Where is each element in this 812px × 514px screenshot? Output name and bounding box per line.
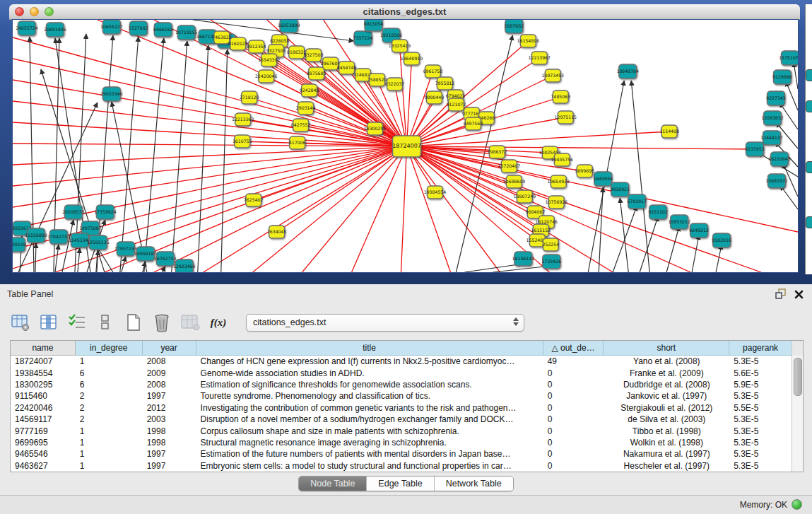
column-header-title[interactable]: title: [196, 341, 543, 356]
graph-node[interactable]: 1527602: [129, 21, 148, 35]
graph-node[interactable]: 13325419: [389, 40, 411, 52]
scrollbar-thumb[interactable]: [794, 358, 802, 396]
graph-node[interactable]: 417006: [289, 136, 306, 149]
graph-node[interactable]: 7986372: [488, 146, 507, 158]
graph-node[interactable]: 12505135: [87, 235, 110, 250]
merge-rows-button[interactable]: [95, 312, 116, 333]
graph-node[interactable]: 7485063: [551, 90, 571, 103]
graph-node[interactable]: 12213363: [232, 113, 254, 126]
graph-node[interactable]: 12213967: [529, 52, 551, 64]
network-canvas[interactable]: 2905572420691406106552271527602646616010…: [12, 19, 799, 273]
zoom-window-button[interactable]: [45, 7, 54, 16]
tab-network-table[interactable]: Network Table: [435, 477, 513, 491]
graph-node[interactable]: 9160123: [228, 37, 248, 50]
graph-node[interactable]: 10958187: [134, 247, 157, 261]
graph-node[interactable]: 7588520: [367, 74, 387, 86]
graph-node[interactable]: 2718120: [240, 91, 259, 104]
delete-column-button[interactable]: [151, 312, 172, 333]
graph-node[interactable]: 1640954: [593, 172, 613, 186]
tab-node-table[interactable]: Node Table: [299, 477, 367, 491]
table-row[interactable]: 911546021997Tourette syndrome. Phenomeno…: [11, 390, 792, 402]
graph-node[interactable]: 9227343: [766, 91, 786, 105]
graph-node[interactable]: 20691406: [44, 23, 66, 37]
graph-node[interactable]: 18640910: [401, 52, 423, 65]
graph-node[interactable]: 12975115: [555, 111, 577, 124]
graph-node[interactable]: 9245012: [689, 223, 709, 238]
select-columns-button[interactable]: [38, 312, 59, 333]
table-row[interactable]: 1456911722003Disruption of a novel membe…: [11, 414, 792, 425]
graph-node[interactable]: 9121072: [447, 98, 466, 111]
graph-node[interactable]: 6466160: [153, 23, 173, 37]
graph-node[interactable]: 1733426: [542, 255, 562, 269]
graph-node[interactable]: 8215953: [745, 142, 765, 156]
window-titlebar[interactable]: citations_edges.txt: [9, 4, 800, 20]
column-header-out-de-[interactable]: △ out_de…: [543, 341, 604, 356]
graph-node[interactable]: 252254: [543, 238, 560, 251]
graph-node[interactable]: 9938921: [610, 182, 630, 197]
column-header-short[interactable]: short: [604, 341, 729, 356]
graph-node[interactable]: 16154808: [517, 35, 540, 47]
graph-node[interactable]: 10648784: [616, 64, 639, 78]
graph-node[interactable]: 10953212: [668, 215, 690, 229]
graph-node[interactable]: 18807249: [514, 190, 536, 203]
graph-node[interactable]: 16543392: [258, 54, 281, 66]
graph-node[interactable]: 6497568: [464, 117, 483, 130]
close-panel-icon[interactable]: [794, 289, 804, 302]
graph-node[interactable]: 12444137: [760, 131, 783, 145]
table-row[interactable]: 946554611997Estimation of the future num…: [11, 448, 792, 460]
graph-hub-node[interactable]: 18724007: [392, 136, 421, 157]
graph-node[interactable]: 7357224: [353, 31, 373, 45]
graph-node[interactable]: 17957233: [114, 242, 137, 256]
table-settings-button[interactable]: [10, 312, 31, 333]
network-graph[interactable]: 2905572420691406106552271527602646616010…: [13, 20, 798, 272]
tab-edge-table[interactable]: Edge Table: [367, 477, 434, 491]
table-row[interactable]: 946362711997Embryonic stem cells: a mode…: [11, 460, 792, 472]
float-panel-icon[interactable]: [775, 288, 786, 302]
new-column-button[interactable]: [123, 312, 144, 333]
graph-node[interactable]: 8875685: [307, 67, 326, 80]
graph-node[interactable]: 17942737: [47, 230, 70, 244]
graph-node[interactable]: 9899695: [575, 165, 594, 177]
graph-node[interactable]: 29055724: [16, 21, 38, 35]
graph-node[interactable]: 7955812: [435, 77, 455, 90]
graph-node[interactable]: 19384554: [424, 186, 447, 199]
graph-node[interactable]: 11156809: [25, 228, 47, 243]
graph-node[interactable]: 9161202: [648, 205, 668, 219]
table-row[interactable]: 977716911998Corpus callosum shape and si…: [11, 425, 792, 436]
graph-node[interactable]: 6961758: [423, 65, 443, 78]
graph-node[interactable]: 9242848: [300, 84, 319, 97]
graph-node[interactable]: 8813054: [364, 20, 384, 31]
graph-node[interactable]: 7625402: [244, 194, 264, 206]
table-row[interactable]: 1938455462009Genome-wide association stu…: [11, 367, 792, 378]
table-vertical-scrollbar[interactable]: [792, 356, 803, 472]
table-chooser-dropdown[interactable]: citations_edges.txt: [246, 314, 524, 332]
table-row[interactable]: 969969511998Structural magnetic resonanc…: [11, 437, 792, 448]
column-header-name[interactable]: name: [11, 341, 76, 356]
graph-node[interactable]: 19435756: [551, 153, 574, 166]
graph-node[interactable]: 7634045: [267, 226, 287, 238]
graph-node[interactable]: 10756928: [546, 196, 568, 209]
graph-node[interactable]: 9990448: [425, 91, 445, 104]
function-builder-button[interactable]: f(x): [208, 312, 229, 333]
graph-node[interactable]: 12923460: [173, 259, 196, 272]
graph-node[interactable]: 2687682: [505, 20, 524, 33]
graph-node[interactable]: 15692971: [765, 174, 788, 188]
graph-node[interactable]: 10719155: [175, 25, 198, 40]
graph-node[interactable]: 18300295: [364, 122, 387, 135]
graph-node[interactable]: 2903144: [296, 102, 316, 115]
table-row[interactable]: 1830029562008Estimation of significance …: [11, 379, 792, 390]
table-row[interactable]: 2242004622012Investigating the contribut…: [11, 402, 792, 414]
graph-node[interactable]: 16210643: [768, 152, 791, 166]
graph-node[interactable]: 1610755: [233, 135, 252, 148]
graph-node[interactable]: 29053346: [100, 87, 123, 101]
table-row[interactable]: 1872400712008Changes of HCN gene express…: [11, 356, 792, 367]
graph-node[interactable]: 16136141: [512, 252, 535, 266]
graph-node[interactable]: 6791917: [627, 194, 647, 209]
row-selection-mode-button[interactable]: [66, 312, 88, 333]
graph-node[interactable]: 10973493: [542, 69, 565, 82]
graph-node[interactable]: 12093832: [761, 111, 784, 125]
graph-node[interactable]: 9327508: [304, 49, 324, 62]
graph-node[interactable]: 9129966: [772, 70, 792, 84]
graph-node[interactable]: 8322037: [385, 78, 405, 90]
graph-node[interactable]: 22420046: [255, 70, 278, 83]
